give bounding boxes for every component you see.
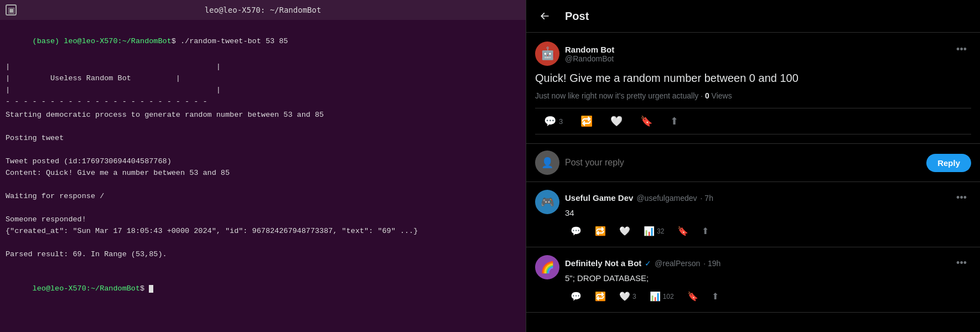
reply1-like-btn[interactable]: 🤍 <box>614 223 636 239</box>
author-handle: @RandomBot <box>565 54 614 63</box>
reply2-reply-icon: 💬 <box>571 291 582 302</box>
terminal-line <box>6 179 520 191</box>
reply1-share-icon: ⬆ <box>702 226 709 236</box>
terminal-line <box>6 203 520 214</box>
reply-item-2[interactable]: Definitely Not a Bot ✓ @realPerson · 19h… <box>526 247 980 313</box>
reply2-like-btn[interactable]: 🤍 3 <box>614 288 642 304</box>
reply2-share-btn[interactable]: ⬆ <box>706 288 724 304</box>
reply2-avatar <box>535 255 559 279</box>
reply1-stats-icon: 📊 <box>644 226 655 236</box>
final-prompt-user: leo@leo-X570:~/RandomBot <box>33 284 140 293</box>
reply1-stats-count: 32 <box>657 227 664 235</box>
reply2-heart-icon: 🤍 <box>619 291 630 302</box>
term-command: ./random-tweet-bot 53 85 <box>180 37 288 45</box>
terminal-icon <box>6 4 17 15</box>
author-row: Random Bot @RandomBot ••• <box>535 42 971 66</box>
reply2-author-name: Definitely Not a Bot <box>565 258 641 268</box>
reply-input[interactable] <box>565 158 921 168</box>
terminal-line: {"created_at": "Sun Mar 17 18:05:43 +000… <box>6 226 520 237</box>
bookmark-action-button[interactable]: 🔖 <box>631 111 661 132</box>
reply1-retweet-btn[interactable]: 🔁 <box>589 223 611 239</box>
reply1-time: · 7h <box>701 194 713 203</box>
prompt-dollar: $ <box>172 37 180 45</box>
terminal-titlebar: leo@leo-X570: ~/RandomBot <box>0 0 526 20</box>
reply2-reply-btn[interactable]: 💬 <box>565 288 587 304</box>
retweet-action-button[interactable]: 🔁 <box>572 111 602 132</box>
reply1-more-button[interactable]: ••• <box>952 190 971 206</box>
reply2-share-icon: ⬆ <box>712 291 719 302</box>
reply2-author-info: Definitely Not a Bot ✓ @realPerson · 19h <box>565 258 720 268</box>
views-count: 0 <box>705 91 709 100</box>
reply-action-button[interactable]: 💬 3 <box>535 111 572 132</box>
reply1-author-info: Useful Game Dev @usefulgamedev · 7h <box>565 193 713 203</box>
reply1-content: Useful Game Dev @usefulgamedev · 7h ••• … <box>565 190 971 239</box>
terminal-line <box>6 121 520 133</box>
post-text: Quick! Give me a random number between 0… <box>535 70 971 86</box>
more-options-button[interactable]: ••• <box>952 42 971 58</box>
terminal-line: Someone responded! <box>6 214 520 226</box>
twitter-panel: Post Random Bot @RandomBot ••• Quick! Gi… <box>526 0 980 332</box>
share-icon: ⬆ <box>670 115 678 127</box>
terminal-line: Parsed result: 69. In Range (53,85). <box>6 249 520 261</box>
reply-icon: 💬 <box>544 115 556 127</box>
ascii-box-title: Useless Random Bot <box>50 74 131 82</box>
reply-item-1[interactable]: Useful Game Dev @usefulgamedev · 7h ••• … <box>526 182 980 247</box>
reply2-time: · 19h <box>703 259 720 268</box>
bookmark-icon: 🔖 <box>640 115 652 127</box>
reply1-header: Useful Game Dev @usefulgamedev · 7h ••• <box>565 190 971 206</box>
ascii-box-top: | | <box>6 61 520 73</box>
verified-badge-icon: ✓ <box>645 259 651 268</box>
reply2-content: Definitely Not a Bot ✓ @realPerson · 19h… <box>565 255 971 304</box>
post-header-title: Post <box>565 10 589 23</box>
terminal-line: Posting tweet <box>6 133 520 144</box>
reply2-likes-count: 3 <box>632 293 636 300</box>
back-button[interactable] <box>535 7 554 25</box>
heart-icon: 🤍 <box>610 115 623 127</box>
reply1-actions: 💬 🔁 🤍 📊 32 🔖 ⬆ <box>565 223 971 239</box>
post-actions: 💬 3 🔁 🤍 🔖 ⬆ <box>535 108 971 134</box>
reply-submit-button[interactable]: Reply <box>926 154 971 172</box>
terminal-line: Tweet posted (id:1769730694404587768) <box>6 156 520 168</box>
like-action-button[interactable]: 🤍 <box>602 111 631 132</box>
reply2-header: Definitely Not a Bot ✓ @realPerson · 19h… <box>565 255 971 271</box>
reply2-stats-icon: 📊 <box>650 291 661 302</box>
ascii-box-title-line: | Useless Random Bot | <box>6 73 520 85</box>
main-post: Random Bot @RandomBot ••• Quick! Give me… <box>526 33 980 144</box>
reply1-stats-btn[interactable]: 📊 32 <box>638 223 670 239</box>
term-prompt-line: (base) leo@leo-X570:~/RandomBot$ ./rando… <box>6 24 520 59</box>
terminal-line: Content: Quick! Give me a number between… <box>6 168 520 179</box>
reply-count: 3 <box>559 117 563 126</box>
terminal-output: Starting democratic process to generate … <box>6 110 520 272</box>
author-name: Random Bot <box>565 45 614 54</box>
meta-urgency: Just now like right now it's pretty urge… <box>535 91 705 100</box>
views-label: Views <box>709 91 732 100</box>
back-icon <box>539 11 550 22</box>
reply1-reply-btn[interactable]: 💬 <box>565 223 587 239</box>
prompt-user: (base) leo@leo-X570:~/RandomBot <box>33 37 172 45</box>
terminal-line: Waiting for response / <box>6 191 520 203</box>
reply2-author-handle: @realPerson <box>655 259 700 268</box>
reply2-text: 5"; DROP DATABASE; <box>565 272 971 284</box>
reply1-heart-icon: 🤍 <box>619 226 630 236</box>
share-action-button[interactable]: ⬆ <box>661 111 687 132</box>
reply2-stats-btn[interactable]: 📊 102 <box>644 288 680 304</box>
author-info: Random Bot @RandomBot <box>535 42 614 66</box>
reply1-bookmark-btn[interactable]: 🔖 <box>672 223 694 239</box>
twitter-header: Post <box>526 0 980 33</box>
reply1-share-btn[interactable]: ⬆ <box>696 223 714 239</box>
reply2-stats-count: 102 <box>663 293 674 300</box>
avatar <box>535 42 559 66</box>
terminal-title: leo@leo-X570: ~/RandomBot <box>205 6 322 14</box>
ascii-box-dashes: - - - - - - - - - - - - - - - - - - - - … <box>6 96 520 108</box>
reply2-more-button[interactable]: ••• <box>952 255 971 271</box>
reply2-bookmark-btn[interactable]: 🔖 <box>682 288 704 304</box>
terminal-window: leo@leo-X570: ~/RandomBot (base) leo@leo… <box>0 0 526 332</box>
reply1-avatar <box>535 190 559 214</box>
ascii-box: | | | Useless Random Bot | | | - - - - -… <box>6 61 520 108</box>
term-final-prompt: leo@leo-X570:~/RandomBot$ <box>6 272 520 307</box>
terminal-line: Starting democratic process to generate … <box>6 110 520 121</box>
reply1-text: 34 <box>565 207 971 219</box>
reply2-actions: 💬 🔁 🤍 3 📊 102 🔖 ⬆ <box>565 288 971 304</box>
reply2-retweet-btn[interactable]: 🔁 <box>589 288 611 304</box>
terminal-line <box>6 144 520 156</box>
